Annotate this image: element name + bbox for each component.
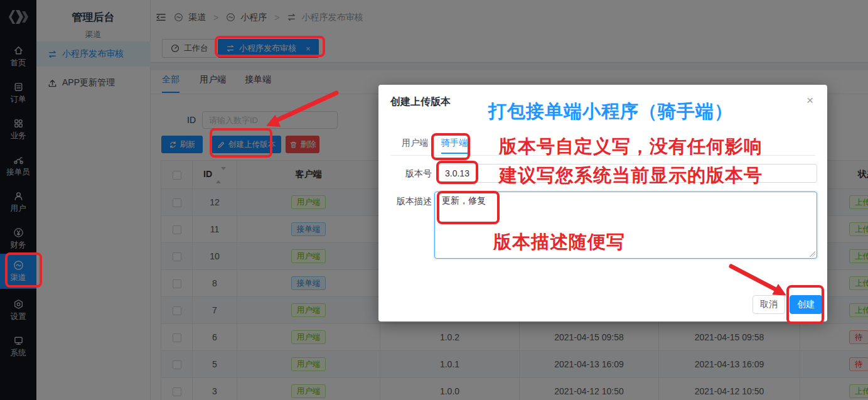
- description-textarea[interactable]: 更新，修复: [434, 192, 817, 259]
- modal-close-icon[interactable]: ×: [806, 94, 813, 107]
- description-field-wrap: 更新，修复: [434, 192, 817, 259]
- version-input[interactable]: [437, 164, 817, 183]
- modal-tab-user[interactable]: 用户端: [402, 138, 428, 149]
- active-tab-underline: [441, 153, 470, 154]
- resize-handle[interactable]: [809, 251, 815, 257]
- create-version-modal: 创建上传版本 × 用户端 骑手端 版本号 版本描述 更新，修复 取消 创建: [378, 85, 827, 322]
- description-label: 版本描述: [378, 196, 432, 207]
- cancel-button[interactable]: 取消: [753, 295, 785, 314]
- modal-tab-rider[interactable]: 骑手端: [441, 138, 468, 149]
- version-label: 版本号: [378, 168, 432, 180]
- modal-title: 创建上传版本: [390, 95, 451, 109]
- tab-divider: [390, 155, 815, 156]
- create-button[interactable]: 创建: [790, 295, 822, 314]
